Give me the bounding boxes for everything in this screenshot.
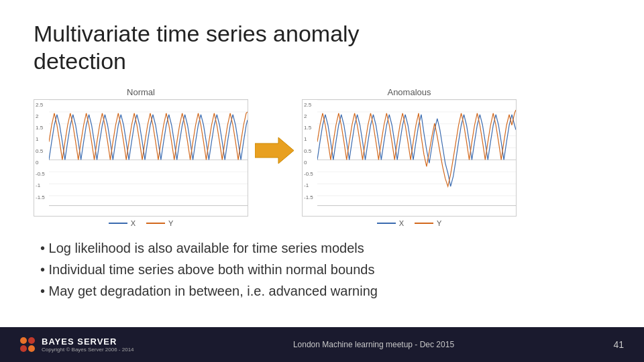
anomalous-y-legend-line	[415, 223, 433, 224]
svg-marker-10	[255, 137, 294, 164]
charts-row: Normal 2.5 2 1.5 1 0.5 0 -0.5 -1 -1.5	[34, 87, 610, 227]
logo-row-bottom	[20, 345, 35, 352]
normal-chart-label: Normal	[127, 87, 155, 97]
normal-chart-container: Normal 2.5 2 1.5 1 0.5 0 -0.5 -1 -1.5	[34, 87, 248, 227]
normal-x-axis	[49, 205, 248, 206]
footer-center-text: London Machine learning meetup - Dec 201…	[293, 340, 454, 349]
anomalous-chart-svg	[317, 100, 516, 206]
bullet-1: • Log likelihood is also available for t…	[40, 239, 610, 257]
right-arrow	[255, 135, 295, 166]
bullet-2: • Individual time series above both with…	[40, 261, 610, 278]
anomalous-x-axis	[317, 205, 516, 206]
normal-y-legend-line	[146, 223, 165, 224]
logo-row-top	[20, 337, 35, 344]
footer: BAYES SERVER Copyright © Bayes Server 20…	[0, 327, 644, 362]
logo-circle-red-2	[20, 345, 27, 352]
slide: Multivariate time series anomaly detecti…	[0, 0, 644, 362]
bullets: • Log likelihood is also available for t…	[34, 239, 610, 300]
anomalous-x-legend-line	[377, 223, 396, 224]
logo-text: BAYES SERVER Copyright © Bayes Server 20…	[42, 337, 134, 353]
arrow-container	[248, 135, 302, 179]
anomalous-chart-label: Anomalous	[387, 87, 431, 97]
logo-circles	[20, 337, 35, 352]
anomalous-legend: X Y	[377, 219, 442, 227]
main-content: Multivariate time series anomaly detecti…	[0, 0, 644, 327]
normal-legend: X Y	[109, 219, 174, 227]
anomalous-chart-box: 2.5 2 1.5 1 0.5 0 -0.5 -1 -1.5	[302, 99, 517, 217]
normal-chart-box: 2.5 2 1.5 1 0.5 0 -0.5 -1 -1.5	[34, 99, 248, 217]
normal-y-axis: 2.5 2 1.5 1 0.5 0 -0.5 -1 -1.5	[36, 100, 45, 202]
anomalous-chart-container: Anomalous 2.5 2 1.5 1 0.5 0 -0.5 -1 -1.5	[302, 87, 517, 227]
footer-page-number: 41	[613, 339, 624, 350]
anomalous-y-axis: 2.5 2 1.5 1 0.5 0 -0.5 -1 -1.5	[304, 100, 313, 202]
logo-name: BAYES SERVER	[42, 337, 134, 347]
slide-title: Multivariate time series anomaly detecti…	[34, 20, 610, 75]
logo-circle-orange-2	[28, 345, 35, 352]
footer-logo: BAYES SERVER Copyright © Bayes Server 20…	[20, 337, 134, 353]
bullet-3: • May get degradation in between, i.e. a…	[40, 282, 610, 300]
logo-circle-red-1	[28, 337, 35, 344]
normal-chart-svg	[49, 100, 248, 206]
logo-circle-orange-1	[20, 337, 27, 344]
logo-copy: Copyright © Bayes Server 2006 - 2014	[42, 347, 134, 353]
normal-x-legend-line	[109, 223, 127, 224]
